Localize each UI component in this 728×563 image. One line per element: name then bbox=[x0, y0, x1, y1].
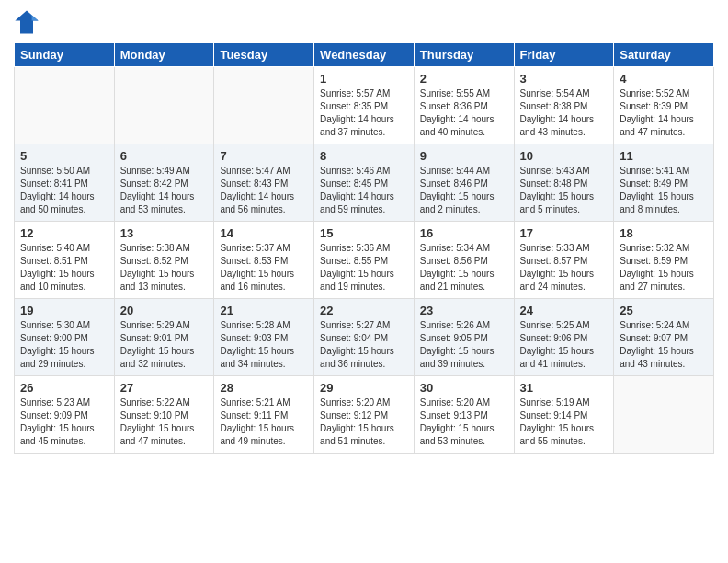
weekday-header-thursday: Thursday bbox=[414, 43, 514, 67]
calendar-cell: 1Sunrise: 5:57 AM Sunset: 8:35 PM Daylig… bbox=[314, 67, 415, 144]
day-details: Sunrise: 5:40 AM Sunset: 8:51 PM Dayligh… bbox=[20, 242, 108, 293]
calendar-cell: 2Sunrise: 5:55 AM Sunset: 8:36 PM Daylig… bbox=[414, 67, 514, 144]
weekday-header-saturday: Saturday bbox=[614, 43, 714, 67]
day-number: 31 bbox=[520, 381, 609, 395]
day-number: 25 bbox=[620, 304, 708, 317]
calendar-cell bbox=[614, 376, 714, 454]
weekday-header-sunday: Sunday bbox=[15, 43, 115, 67]
day-details: Sunrise: 5:50 AM Sunset: 8:41 PM Dayligh… bbox=[20, 165, 108, 216]
calendar-cell: 27Sunrise: 5:22 AM Sunset: 9:10 PM Dayli… bbox=[114, 376, 214, 454]
calendar-cell: 20Sunrise: 5:29 AM Sunset: 9:01 PM Dayli… bbox=[114, 299, 214, 376]
calendar-cell: 25Sunrise: 5:24 AM Sunset: 9:07 PM Dayli… bbox=[614, 299, 714, 376]
logo bbox=[14, 9, 43, 35]
day-number: 1 bbox=[320, 72, 408, 86]
day-number: 29 bbox=[320, 381, 408, 395]
day-number: 20 bbox=[120, 304, 209, 317]
calendar-cell: 3Sunrise: 5:54 AM Sunset: 8:38 PM Daylig… bbox=[514, 67, 614, 144]
day-number: 17 bbox=[520, 226, 609, 240]
day-details: Sunrise: 5:20 AM Sunset: 9:13 PM Dayligh… bbox=[420, 396, 508, 448]
day-details: Sunrise: 5:37 AM Sunset: 8:53 PM Dayligh… bbox=[220, 242, 308, 293]
day-details: Sunrise: 5:52 AM Sunset: 8:39 PM Dayligh… bbox=[620, 87, 708, 139]
day-number: 9 bbox=[420, 149, 508, 163]
calendar-cell: 28Sunrise: 5:21 AM Sunset: 9:11 PM Dayli… bbox=[214, 376, 314, 454]
calendar-cell bbox=[214, 67, 314, 144]
calendar-cell: 7Sunrise: 5:47 AM Sunset: 8:43 PM Daylig… bbox=[214, 144, 314, 222]
header bbox=[14, 9, 714, 35]
calendar-cell: 21Sunrise: 5:28 AM Sunset: 9:03 PM Dayli… bbox=[214, 299, 314, 376]
day-number: 6 bbox=[120, 149, 209, 163]
calendar-cell: 15Sunrise: 5:36 AM Sunset: 8:55 PM Dayli… bbox=[314, 222, 415, 299]
day-number: 14 bbox=[220, 226, 308, 240]
day-details: Sunrise: 5:41 AM Sunset: 8:49 PM Dayligh… bbox=[620, 165, 708, 216]
day-details: Sunrise: 5:38 AM Sunset: 8:52 PM Dayligh… bbox=[120, 242, 209, 293]
day-details: Sunrise: 5:55 AM Sunset: 8:36 PM Dayligh… bbox=[420, 87, 508, 139]
calendar-cell: 4Sunrise: 5:52 AM Sunset: 8:39 PM Daylig… bbox=[614, 67, 714, 144]
day-details: Sunrise: 5:43 AM Sunset: 8:48 PM Dayligh… bbox=[520, 165, 609, 216]
calendar-cell: 22Sunrise: 5:27 AM Sunset: 9:04 PM Dayli… bbox=[314, 299, 415, 376]
day-details: Sunrise: 5:47 AM Sunset: 8:43 PM Dayligh… bbox=[220, 165, 308, 216]
weekday-header-wednesday: Wednesday bbox=[314, 43, 415, 67]
day-number: 18 bbox=[620, 226, 708, 240]
calendar-cell: 5Sunrise: 5:50 AM Sunset: 8:41 PM Daylig… bbox=[15, 144, 115, 222]
day-number: 13 bbox=[120, 226, 209, 240]
calendar-table: SundayMondayTuesdayWednesdayThursdayFrid… bbox=[14, 42, 714, 454]
day-details: Sunrise: 5:44 AM Sunset: 8:46 PM Dayligh… bbox=[420, 165, 508, 216]
day-number: 28 bbox=[220, 381, 308, 395]
logo-icon bbox=[14, 9, 40, 35]
day-number: 11 bbox=[620, 149, 708, 163]
day-number: 8 bbox=[320, 149, 408, 163]
day-details: Sunrise: 5:20 AM Sunset: 9:12 PM Dayligh… bbox=[320, 396, 408, 448]
day-details: Sunrise: 5:30 AM Sunset: 9:00 PM Dayligh… bbox=[20, 319, 108, 371]
day-details: Sunrise: 5:29 AM Sunset: 9:01 PM Dayligh… bbox=[120, 319, 209, 371]
calendar-cell bbox=[114, 67, 214, 144]
day-details: Sunrise: 5:21 AM Sunset: 9:11 PM Dayligh… bbox=[220, 396, 308, 448]
day-number: 27 bbox=[120, 381, 209, 395]
day-number: 21 bbox=[220, 304, 308, 317]
day-number: 22 bbox=[320, 304, 408, 317]
day-number: 23 bbox=[420, 304, 508, 317]
day-details: Sunrise: 5:36 AM Sunset: 8:55 PM Dayligh… bbox=[320, 242, 408, 293]
calendar-cell: 18Sunrise: 5:32 AM Sunset: 8:59 PM Dayli… bbox=[614, 222, 714, 299]
day-number: 30 bbox=[420, 381, 508, 395]
day-number: 7 bbox=[220, 149, 308, 163]
calendar-week-row: 5Sunrise: 5:50 AM Sunset: 8:41 PM Daylig… bbox=[15, 144, 714, 222]
day-details: Sunrise: 5:23 AM Sunset: 9:09 PM Dayligh… bbox=[20, 396, 108, 448]
weekday-header-monday: Monday bbox=[114, 43, 214, 67]
day-number: 3 bbox=[520, 72, 609, 86]
calendar-cell: 29Sunrise: 5:20 AM Sunset: 9:12 PM Dayli… bbox=[314, 376, 415, 454]
weekday-header-tuesday: Tuesday bbox=[214, 43, 314, 67]
weekday-header-friday: Friday bbox=[514, 43, 614, 67]
calendar-week-row: 26Sunrise: 5:23 AM Sunset: 9:09 PM Dayli… bbox=[15, 376, 714, 454]
day-number: 4 bbox=[620, 72, 708, 86]
day-details: Sunrise: 5:34 AM Sunset: 8:56 PM Dayligh… bbox=[420, 242, 508, 293]
day-number: 19 bbox=[20, 304, 108, 317]
calendar-cell: 8Sunrise: 5:46 AM Sunset: 8:45 PM Daylig… bbox=[314, 144, 415, 222]
day-number: 24 bbox=[520, 304, 609, 317]
day-details: Sunrise: 5:25 AM Sunset: 9:06 PM Dayligh… bbox=[520, 319, 609, 371]
day-number: 5 bbox=[20, 149, 108, 163]
calendar-week-row: 1Sunrise: 5:57 AM Sunset: 8:35 PM Daylig… bbox=[15, 67, 714, 144]
calendar-cell: 12Sunrise: 5:40 AM Sunset: 8:51 PM Dayli… bbox=[15, 222, 115, 299]
calendar-week-row: 19Sunrise: 5:30 AM Sunset: 9:00 PM Dayli… bbox=[15, 299, 714, 376]
calendar-cell: 9Sunrise: 5:44 AM Sunset: 8:46 PM Daylig… bbox=[414, 144, 514, 222]
day-details: Sunrise: 5:24 AM Sunset: 9:07 PM Dayligh… bbox=[620, 319, 708, 371]
weekday-header-row: SundayMondayTuesdayWednesdayThursdayFrid… bbox=[15, 43, 714, 67]
calendar-cell: 17Sunrise: 5:33 AM Sunset: 8:57 PM Dayli… bbox=[514, 222, 614, 299]
svg-marker-0 bbox=[15, 10, 38, 33]
day-details: Sunrise: 5:28 AM Sunset: 9:03 PM Dayligh… bbox=[220, 319, 308, 371]
day-details: Sunrise: 5:49 AM Sunset: 8:42 PM Dayligh… bbox=[120, 165, 209, 216]
calendar-cell: 31Sunrise: 5:19 AM Sunset: 9:14 PM Dayli… bbox=[514, 376, 614, 454]
calendar-cell: 26Sunrise: 5:23 AM Sunset: 9:09 PM Dayli… bbox=[15, 376, 115, 454]
day-number: 12 bbox=[20, 226, 108, 240]
calendar-cell: 16Sunrise: 5:34 AM Sunset: 8:56 PM Dayli… bbox=[414, 222, 514, 299]
day-details: Sunrise: 5:54 AM Sunset: 8:38 PM Dayligh… bbox=[520, 87, 609, 139]
calendar-cell: 24Sunrise: 5:25 AM Sunset: 9:06 PM Dayli… bbox=[514, 299, 614, 376]
day-number: 15 bbox=[320, 226, 408, 240]
page-container: SundayMondayTuesdayWednesdayThursdayFrid… bbox=[0, 0, 728, 463]
calendar-cell: 14Sunrise: 5:37 AM Sunset: 8:53 PM Dayli… bbox=[214, 222, 314, 299]
calendar-cell: 13Sunrise: 5:38 AM Sunset: 8:52 PM Dayli… bbox=[114, 222, 214, 299]
day-details: Sunrise: 5:22 AM Sunset: 9:10 PM Dayligh… bbox=[120, 396, 209, 448]
calendar-cell: 19Sunrise: 5:30 AM Sunset: 9:00 PM Dayli… bbox=[15, 299, 115, 376]
day-details: Sunrise: 5:46 AM Sunset: 8:45 PM Dayligh… bbox=[320, 165, 408, 216]
day-details: Sunrise: 5:26 AM Sunset: 9:05 PM Dayligh… bbox=[420, 319, 508, 371]
